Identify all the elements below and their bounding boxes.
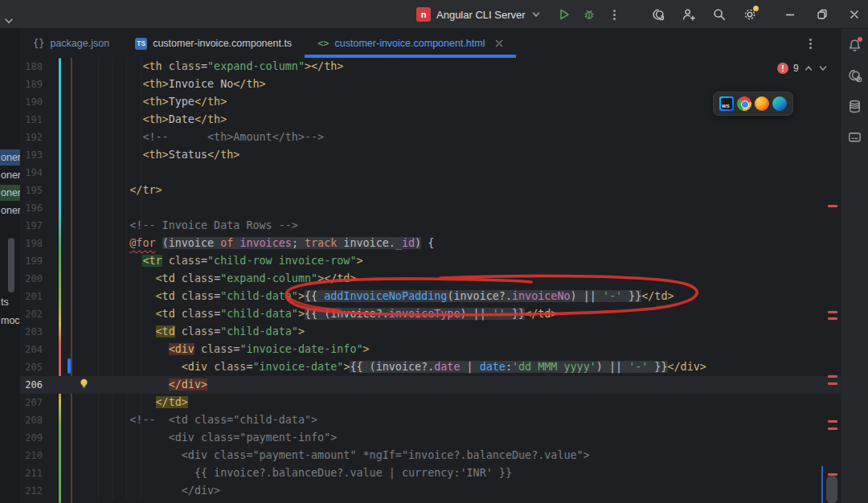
project-panel-scrollbar[interactable] [8,238,14,292]
line-number[interactable]: 212 [22,482,43,500]
ide-window: n Angular CLI Server [0,0,868,503]
error-stripe-mark[interactable] [828,205,837,207]
code-editor[interactable]: 188 <th class="expand-column"></th>189 <… [20,58,841,503]
line-number[interactable]: 196 [22,199,43,217]
restore-window-button[interactable] [817,9,828,20]
code-line[interactable]: 201 <td class="child-data">{{ addInvoice… [20,288,841,305]
chrome-browser-icon[interactable] [737,96,751,111]
line-number[interactable]: 189 [22,76,43,93]
tab-component-ts[interactable]: TS customer-invoice.component.ts [122,29,305,58]
previous-error-chevron-icon[interactable] [804,63,813,73]
edge-browser-icon[interactable] [772,96,787,111]
code-line[interactable]: 188 <th class="expand-column"></th> [20,58,841,76]
line-number[interactable]: 201 [22,288,43,305]
tab-package-json[interactable]: {} package.json [20,29,122,58]
code-line[interactable]: 195 </tr> [20,182,841,199]
notifications-bell-icon[interactable] [847,37,863,53]
code-line[interactable]: 200 <td class="expand-column"></td> [20,270,841,288]
line-number[interactable]: 191 [22,111,43,129]
line-number[interactable]: 204 [22,341,43,358]
code-line[interactable]: 202 <td class="child-data">{{ (invoice?.… [20,305,841,323]
line-number[interactable]: 202 [22,305,43,323]
todo-panel-icon[interactable] [847,129,863,145]
line-number[interactable]: 210 [22,447,43,464]
project-tree-item[interactable]: oner [0,167,20,183]
inspections-widget[interactable]: ! 9 [777,63,828,74]
code-line[interactable]: 212 </div> [20,482,841,500]
webstorm-preview-icon[interactable]: WS [719,96,734,111]
line-number[interactable]: 194 [22,164,43,182]
line-number[interactable]: 209 [22,429,43,447]
database-panel-icon[interactable] [847,98,863,114]
error-stripe-mark[interactable] [828,375,837,378]
firefox-browser-icon[interactable] [755,96,769,111]
main-menu-chevron-icon[interactable] [3,15,14,27]
code-line[interactable]: 198 @for (invoice of invoices; track inv… [20,235,841,252]
line-number[interactable]: 192 [22,129,43,146]
chevron-down-icon [531,10,541,19]
next-error-chevron-icon[interactable] [818,63,828,73]
line-number[interactable]: 198 [22,235,43,252]
run-button[interactable] [558,8,571,21]
code-line[interactable]: 205 <div class="invoice-date">{{ (invoic… [20,358,841,376]
line-number[interactable]: 206 [22,376,43,394]
debug-button[interactable] [583,8,596,21]
error-stripe-mark[interactable] [828,317,837,320]
ai-assistant-panel-icon[interactable] [847,67,863,84]
error-stripe-mark[interactable] [828,420,837,423]
error-stripe-mark[interactable] [828,427,837,430]
line-number[interactable]: 197 [22,217,43,235]
close-tab-icon[interactable] [495,39,503,47]
code-line[interactable]: 209 <div class="payment-info"> [20,429,841,447]
tab-label: customer-invoice.component.ts [153,38,292,49]
code-line[interactable]: 199 <tr class="child-row invoice-row"> [20,252,841,270]
code-line[interactable]: 193 <th>Status</th> [20,146,841,164]
title-bar: n Angular CLI Server [0,0,868,29]
html-file-icon: <> [317,38,329,49]
ai-assistant-icon[interactable] [651,7,665,22]
code-line[interactable]: 194 [20,164,841,182]
code-line[interactable]: 206 </div> [20,376,841,394]
error-stripe-mark[interactable] [828,311,837,313]
tab-component-html[interactable]: <> customer-invoice.component.html [305,29,516,58]
project-panel-sliver: oner oner oner oner ts moc [0,29,20,503]
code-line[interactable]: 189 <th>Invoice No</th> [20,76,841,93]
line-number[interactable]: 193 [22,146,43,164]
run-configuration-selector[interactable]: n Angular CLI Server [413,5,544,24]
project-tree-item[interactable]: oner [0,149,20,166]
line-number[interactable]: 207 [22,394,43,411]
project-tree-item[interactable]: oner [0,185,20,201]
search-icon[interactable] [712,7,727,22]
error-icon: ! [777,63,788,74]
code-line[interactable]: 210 <div class="payment-amount" *ngIf="i… [20,447,841,464]
tab-options-kebab-icon[interactable] [804,37,817,50]
code-line[interactable]: 204 <div class="invoice-date-info"> [20,341,841,358]
project-tree-item[interactable]: moc [0,313,20,329]
code-line[interactable]: 211 {{ invoice?.balanceDue?.value | curr… [20,464,841,482]
line-number[interactable]: 211 [22,464,43,482]
project-tree-item[interactable]: ts [0,294,20,310]
close-window-button[interactable] [849,9,860,20]
error-stripe-mark[interactable] [828,382,837,385]
code-line[interactable]: 203 <td class="child-data"> [20,323,841,341]
code-line[interactable]: 208 <!-- <td class="child-data"> [20,411,841,429]
settings-gear-icon[interactable] [743,7,757,22]
line-number[interactable]: 188 [22,58,43,76]
line-number[interactable]: 195 [22,182,43,199]
project-tree-item[interactable]: oner [0,202,20,219]
code-line[interactable]: 197 <!-- Invoice Data Rows --> [20,217,841,235]
code-line[interactable]: 196 [20,199,841,217]
line-number[interactable]: 200 [22,270,43,288]
code-line[interactable]: 207 </td> [20,394,841,411]
minimize-button[interactable] [784,9,796,20]
add-user-icon[interactable] [682,7,696,22]
line-number[interactable]: 205 [22,358,43,376]
line-number[interactable]: 208 [22,411,43,429]
code-line[interactable]: 192 <!-- <th>Amount</th>--> [20,129,841,146]
intention-lightbulb-icon[interactable] [78,378,90,390]
line-number[interactable]: 203 [22,323,43,341]
line-number[interactable]: 199 [22,252,43,270]
line-number[interactable]: 190 [22,93,43,111]
editor-scrollbar-thumb[interactable] [826,476,837,503]
run-options-kebab-icon[interactable] [608,8,620,21]
